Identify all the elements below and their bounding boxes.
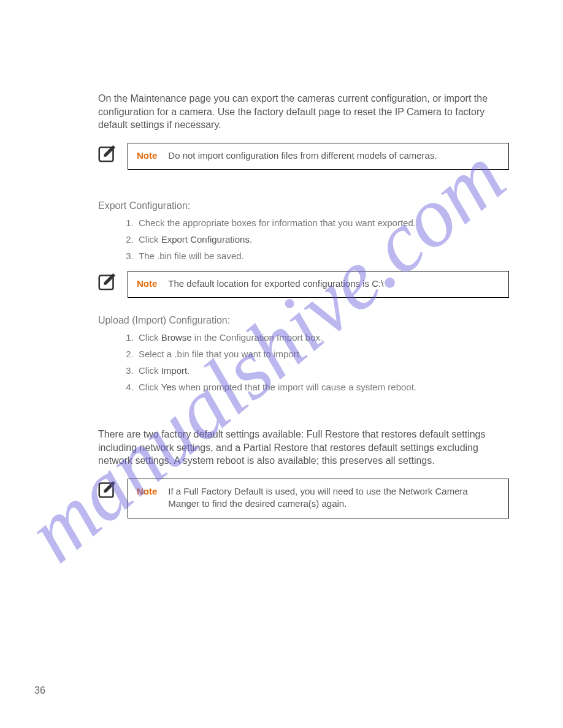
note-box: Note The default location for exported c… <box>128 271 509 298</box>
factory-default-paragraph: There are two factory default settings a… <box>98 428 509 468</box>
pencil-note-icon <box>98 272 117 290</box>
list-item: Click Browse in the Configuration Import… <box>136 331 509 344</box>
note-label: Note <box>137 485 157 498</box>
pencil-note-icon <box>98 144 117 162</box>
list-item: Check the appropriate boxes for informat… <box>136 216 509 229</box>
note-block-1: Note Do not import configuration files f… <box>98 143 509 170</box>
pencil-note-icon <box>98 480 117 498</box>
note-block-3: Note If a Full Factory Default is used, … <box>98 479 509 518</box>
step-bold: Import <box>161 365 188 376</box>
upload-steps: Click Browse in the Configuration Import… <box>98 331 509 393</box>
step-text: . <box>187 365 190 376</box>
step-bold: Browse <box>161 332 192 343</box>
upload-heading: Upload (Import) Configuration: <box>98 315 509 326</box>
step-text: Click <box>139 332 161 343</box>
note-label: Note <box>137 150 157 162</box>
list-item: Click Import. <box>136 364 509 377</box>
list-item: Select a .bin file that you want to impo… <box>136 347 509 360</box>
note-text: The default location for exported config… <box>168 278 500 290</box>
note-text: If a Full Factory Default is used, you w… <box>168 485 500 510</box>
page-number: 36 <box>34 685 45 696</box>
step-bold: Yes <box>161 382 176 392</box>
step-text: Click <box>139 234 161 245</box>
export-heading: Export Configuration: <box>98 200 509 211</box>
list-item: The .bin file will be saved. <box>136 249 509 262</box>
note-box: Note Do not import configuration files f… <box>128 143 509 170</box>
page-content: On the Maintenance page you can export t… <box>0 0 563 728</box>
step-text: when prompted that the import will cause… <box>176 382 416 392</box>
intro-paragraph: On the Maintenance page you can export t… <box>98 92 509 132</box>
step-text: Click <box>139 382 161 392</box>
step-text: Click <box>139 365 161 376</box>
note-block-2: Note The default location for exported c… <box>98 271 509 298</box>
export-steps: Check the appropriate boxes for informat… <box>98 216 509 262</box>
note-label: Note <box>137 278 157 290</box>
list-item: Click Yes when prompted that the import … <box>136 381 509 393</box>
step-bold: Export Configurations. <box>161 234 252 245</box>
step-text: in the Configuration Import box. <box>192 332 323 343</box>
list-item: Click Export Configurations. <box>136 233 509 246</box>
note-box: Note If a Full Factory Default is used, … <box>128 479 509 518</box>
note-text: Do not import configuration files from d… <box>168 150 500 162</box>
